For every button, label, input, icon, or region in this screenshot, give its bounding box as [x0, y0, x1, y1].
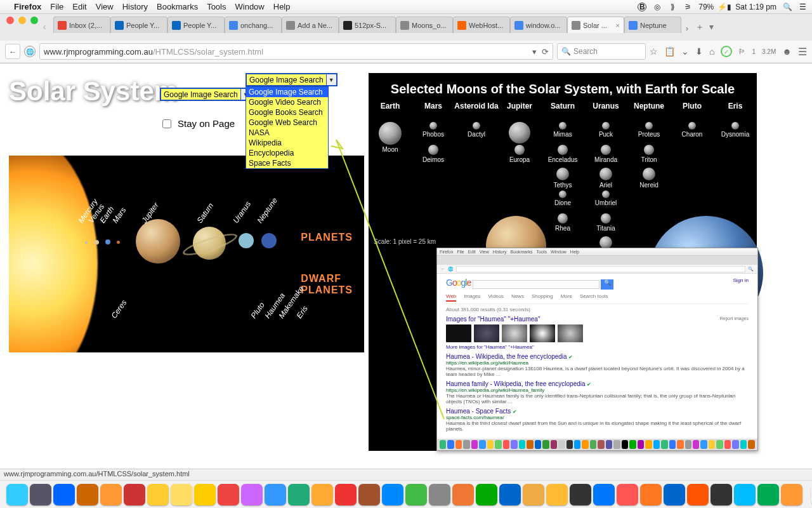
google-more-images[interactable]: More images for "Haumea" "+Haumea" — [446, 344, 749, 350]
status-b-icon[interactable]: B — [638, 3, 646, 11]
download-icon[interactable]: ⬇ — [695, 46, 703, 57]
menu-history[interactable]: History — [122, 2, 148, 11]
moons-image[interactable]: Selected Moons of the Solar System, with… — [369, 73, 757, 451]
google-tab[interactable]: Videos — [488, 293, 504, 302]
dock-app[interactable] — [734, 484, 756, 505]
browser-tab[interactable]: Moons_o... — [396, 17, 453, 33]
back-button[interactable]: ← — [5, 44, 20, 59]
tab-close-icon[interactable]: × — [616, 22, 620, 29]
dropdown-option[interactable]: Google Web Search — [246, 117, 328, 128]
dock-app[interactable] — [100, 484, 122, 505]
google-tab[interactable]: News — [511, 293, 524, 302]
report-images-link[interactable]: Report images — [719, 316, 749, 321]
url-bar[interactable]: www.rjmprogramming.com.au/HTMLCSS/solar_… — [39, 43, 553, 60]
stay-on-page-checkbox[interactable] — [162, 119, 171, 128]
dock-app[interactable] — [358, 484, 380, 505]
addon-face-icon[interactable]: ☻ — [782, 46, 792, 57]
dropdown-option[interactable]: Google Image Search — [246, 87, 328, 97]
site-identity-icon[interactable]: 🌐 — [24, 46, 36, 57]
addon-green-icon[interactable]: ✓ — [721, 46, 732, 57]
dock-app[interactable] — [570, 484, 591, 505]
dock-app[interactable] — [335, 484, 357, 505]
menu-window[interactable]: Window — [235, 2, 265, 11]
search-engine-dropdown-2[interactable]: Google Image Search ▼ — [246, 73, 337, 86]
wifi-icon[interactable]: ⚞ — [683, 3, 692, 11]
google-tab[interactable]: Web — [446, 293, 456, 302]
spotlight-icon[interactable]: 🔍 — [783, 3, 792, 11]
dock-app[interactable] — [593, 484, 615, 505]
google-tab[interactable]: Images — [464, 293, 480, 302]
browser-tab[interactable]: People Y... — [110, 17, 167, 33]
dock-app[interactable] — [124, 484, 145, 505]
tab-scroll-right[interactable]: › — [681, 24, 693, 33]
result-thumb[interactable] — [474, 324, 499, 342]
result-thumb[interactable] — [530, 324, 555, 342]
dock-app[interactable] — [710, 484, 732, 505]
notifications-icon[interactable]: ☰ — [798, 3, 807, 11]
browser-tab[interactable]: WebHost... — [453, 17, 510, 33]
tab-scroll-left[interactable]: ‹ — [38, 20, 51, 33]
google-result[interactable]: Haumea - Space Facts ✔space-facts.com/ha… — [446, 408, 749, 432]
dock-app[interactable] — [664, 484, 685, 505]
tabs-dropdown-icon[interactable]: ▾ — [709, 22, 714, 33]
dock-app[interactable] — [617, 484, 638, 505]
reload-icon[interactable]: ⟳ — [542, 47, 549, 57]
dock-app[interactable] — [147, 484, 169, 505]
google-tab[interactable]: Search tools — [580, 293, 608, 302]
browser-tab[interactable]: Solar ...× — [567, 17, 624, 33]
status-sync-icon[interactable]: ⟫ — [668, 3, 677, 11]
result-thumb[interactable] — [558, 324, 583, 342]
dock-app[interactable] — [241, 484, 263, 505]
home-icon[interactable]: ⌂ — [709, 46, 714, 57]
menu-bookmarks[interactable]: Bookmarks — [157, 2, 198, 11]
bookmark-star-icon[interactable]: ☆ — [650, 46, 658, 57]
google-signin[interactable]: Sign in — [733, 277, 749, 283]
pocket-icon[interactable]: ⌄ — [681, 46, 689, 57]
menu-view[interactable]: View — [96, 2, 114, 11]
new-tab-button[interactable]: ＋ — [695, 22, 704, 33]
menu-app[interactable]: Firefox — [14, 2, 41, 11]
google-result[interactable]: Haumea family - Wikipedia, the free ency… — [446, 380, 749, 404]
menu-file[interactable]: File — [50, 2, 63, 11]
dock-app[interactable] — [523, 484, 544, 505]
addon-flags-icon[interactable]: 🏳 — [738, 48, 745, 55]
google-tab[interactable]: More — [561, 293, 572, 302]
search-box[interactable]: 🔍 Search — [557, 43, 646, 60]
dropdown-option[interactable]: Space Facts — [246, 158, 328, 168]
google-search-button[interactable]: 🔍 — [601, 279, 613, 290]
dock-app[interactable] — [405, 484, 427, 505]
dock-app[interactable] — [288, 484, 310, 505]
google-images-heading[interactable]: Images for "Haumea" "+Haumea" — [446, 316, 749, 323]
dock-app[interactable] — [781, 484, 802, 505]
dock-app[interactable] — [265, 484, 286, 505]
clipboard-icon[interactable]: 📋 — [664, 46, 675, 57]
google-search-input[interactable]: "Haumea" "+Haumea" — [473, 280, 599, 289]
browser-tab[interactable]: 512px-S... — [339, 17, 396, 33]
result-thumb[interactable] — [446, 324, 471, 342]
dock-app[interactable] — [218, 484, 239, 505]
browser-tab[interactable]: Add a Ne... — [282, 17, 339, 33]
dropdown-option[interactable]: Google Books Search — [246, 107, 328, 117]
result-thumb[interactable] — [502, 324, 527, 342]
google-result[interactable]: Haumea - Wikipedia, the free encyclopedi… — [446, 353, 749, 377]
planets-image[interactable]: PLANETS DWARF PLANETS MercuryVenusEarthM… — [9, 156, 364, 352]
menu-tools[interactable]: Tools — [207, 2, 226, 11]
browser-tab[interactable]: window.o... — [510, 17, 567, 33]
dock-app[interactable] — [429, 484, 450, 505]
dock-app[interactable] — [30, 484, 51, 505]
dock-app[interactable] — [53, 484, 75, 505]
browser-tab[interactable]: onchang... — [225, 17, 282, 33]
dropdown-option[interactable]: NASA — [246, 128, 328, 138]
browser-tab[interactable]: Neptune — [624, 17, 681, 33]
dock-app[interactable] — [77, 484, 98, 505]
dock-app[interactable] — [171, 484, 192, 505]
dock-app[interactable] — [687, 484, 709, 505]
dropdown-option[interactable]: Google Video Search — [246, 97, 328, 107]
dock-app[interactable] — [6, 484, 28, 505]
google-tab[interactable]: Shopping — [532, 293, 553, 302]
dock-app[interactable] — [476, 484, 497, 505]
dock-app[interactable] — [382, 484, 403, 505]
menu-hamburger-icon[interactable]: ☰ — [798, 46, 807, 58]
dock-app[interactable] — [546, 484, 568, 505]
browser-tab[interactable]: Inbox (2,... — [53, 17, 110, 33]
